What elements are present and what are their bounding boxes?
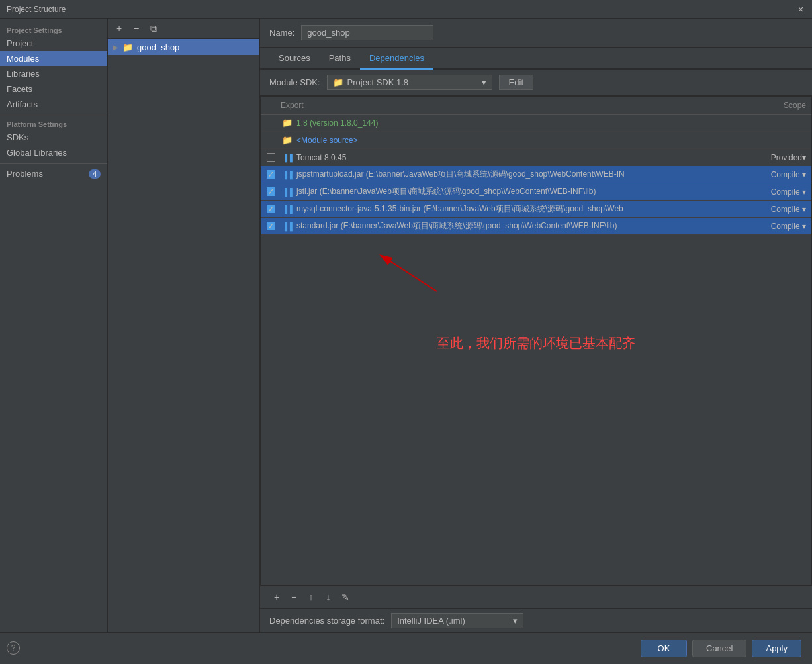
sidebar-item-global-libraries[interactable]: Global Libraries xyxy=(0,145,107,160)
sdk-select[interactable]: 📁 Project SDK 1.8 ▾ xyxy=(327,75,492,90)
sdk-row: Module SDK: 📁 Project SDK 1.8 ▾ Edit xyxy=(260,70,812,96)
dep-checkbox-box-row-jstl[interactable]: ✓ xyxy=(267,187,275,196)
sdk-label: Module SDK: xyxy=(269,77,320,87)
sidebar-divider xyxy=(0,115,107,115)
name-label: Name: xyxy=(269,28,294,38)
dep-checkbox-row-tomcat xyxy=(261,153,281,162)
module-toolbar: + − ⧉ xyxy=(108,19,259,39)
apply-button[interactable]: Apply xyxy=(752,640,801,657)
storage-row: Dependencies storage format: IntelliJ ID… xyxy=(260,608,812,632)
sdk-drop-icon: ▾ xyxy=(482,77,486,87)
tabs-row: Sources Paths Dependencies xyxy=(260,48,812,70)
storage-value: IntelliJ IDEA (.iml) xyxy=(397,616,465,626)
dep-scope-row-jspstmartupload[interactable]: Compile ▾ xyxy=(745,170,811,179)
dep-checkbox-box-row-mysql[interactable]: ✓ xyxy=(267,205,275,213)
folder-icon-row-jdk: 📁 xyxy=(281,118,294,128)
dep-name-row-mysql: mysql-connector-java-5.1.35-bin.jar (E:\… xyxy=(294,203,745,214)
tab-sources[interactable]: Sources xyxy=(269,48,320,70)
dep-table-header: Export Scope xyxy=(261,97,811,115)
dep-name-row-tomcat: Tomcat 8.0.45 xyxy=(294,153,745,162)
storage-label: Dependencies storage format: xyxy=(269,616,384,626)
sidebar-divider2 xyxy=(0,163,107,164)
sidebar-item-project[interactable]: Project xyxy=(0,36,107,51)
add-module-button[interactable]: + xyxy=(112,21,126,36)
dep-name-row-jdk: 1.8 (version 1.8.0_144) xyxy=(294,119,745,128)
dep-checkbox-row-standard: ✓ xyxy=(261,222,281,230)
module-chevron-icon: ▶ xyxy=(113,44,118,51)
sidebar-problems[interactable]: Problems 4 xyxy=(0,166,107,181)
edit-sdk-button[interactable]: Edit xyxy=(499,75,533,90)
dep-checkbox-box-row-jspstmartupload[interactable]: ✓ xyxy=(267,170,275,179)
dep-header-export: Export xyxy=(261,99,745,111)
dep-row-row-jspstmartupload[interactable]: ✓▐▐jspstmartupload.jar (E:\banner\JavaWe… xyxy=(261,166,811,183)
name-row: Name: xyxy=(260,19,812,48)
dep-checkbox-box-row-standard[interactable]: ✓ xyxy=(267,222,275,230)
dep-scope-row-standard[interactable]: Compile ▾ xyxy=(745,222,811,231)
tab-dependencies[interactable]: Dependencies xyxy=(360,48,433,70)
tomcat-icon-row-tomcat: ▐▐ xyxy=(281,154,294,162)
edit-dep-button[interactable]: ✎ xyxy=(338,590,353,604)
module-item-good-shop[interactable]: ▶ 📁 good_shop xyxy=(108,39,259,55)
help-icon[interactable]: ? xyxy=(7,641,20,655)
dep-table-container: Export Scope 📁1.8 (version 1.8.0_144)📁<M… xyxy=(260,96,812,585)
sidebar-item-modules[interactable]: Modules xyxy=(0,51,107,66)
dep-row-row-module-source[interactable]: 📁<Module source> xyxy=(261,132,811,149)
dep-row-row-jstl[interactable]: ✓▐▐jstl.jar (E:\banner\JavaWeb项目\商城系统\源码… xyxy=(261,183,811,201)
dep-toolbar: + − ↑ ↓ ✎ xyxy=(260,585,812,608)
jar-icon-row-mysql: ▐▐ xyxy=(281,205,294,213)
dep-name-row-module-source: <Module source> xyxy=(294,136,745,145)
dep-row-row-standard[interactable]: ✓▐▐standard.jar (E:\banner\JavaWeb项目\商城系… xyxy=(261,218,811,235)
remove-dep-button[interactable]: − xyxy=(287,590,301,604)
detail-panel: Name: Sources Paths Dependencies Module … xyxy=(260,19,812,632)
sdk-folder-icon: 📁 xyxy=(333,77,343,87)
dep-row-row-mysql[interactable]: ✓▐▐mysql-connector-java-5.1.35-bin.jar (… xyxy=(261,201,811,218)
dep-scope-row-tomcat[interactable]: Provided▾ xyxy=(745,153,811,162)
move-down-dep-button[interactable]: ↓ xyxy=(321,590,336,604)
sidebar-item-artifacts[interactable]: Artifacts xyxy=(0,97,107,112)
title-bar: Project Structure × xyxy=(0,0,812,19)
problems-badge: 4 xyxy=(89,169,101,179)
dep-name-row-jstl: jstl.jar (E:\banner\JavaWeb项目\商城系统\源码\go… xyxy=(294,186,745,197)
main-container: Project Settings Project Modules Librari… xyxy=(0,19,812,632)
dep-header-scope: Scope xyxy=(745,99,811,111)
module-panel: + − ⧉ ▶ 📁 good_shop xyxy=(108,19,260,632)
project-settings-label: Project Settings xyxy=(0,24,107,36)
dep-row-row-jdk[interactable]: 📁1.8 (version 1.8.0_144) xyxy=(261,115,811,132)
bottom-bar: OK Cancel Apply xyxy=(0,632,812,664)
module-folder-icon: 📁 xyxy=(122,42,133,52)
sidebar-item-sdks[interactable]: SDKs xyxy=(0,130,107,145)
sidebar-item-facets[interactable]: Facets xyxy=(0,81,107,97)
ok-button[interactable]: OK xyxy=(641,640,687,657)
storage-select[interactable]: IntelliJ IDEA (.iml) ▾ xyxy=(391,613,523,628)
dep-scope-row-mysql[interactable]: Compile ▾ xyxy=(745,205,811,214)
sidebar: Project Settings Project Modules Librari… xyxy=(0,19,108,632)
sdk-value: Project SDK 1.8 xyxy=(347,77,409,87)
module-name: good_shop xyxy=(137,42,179,52)
copy-module-button[interactable]: ⧉ xyxy=(146,21,161,36)
jar-icon-row-jstl: ▐▐ xyxy=(281,188,294,196)
dep-checkbox-row-mysql: ✓ xyxy=(261,205,281,213)
jar-icon-row-jspstmartupload: ▐▐ xyxy=(281,171,294,179)
title-bar-title: Project Structure xyxy=(7,5,66,14)
cancel-button[interactable]: Cancel xyxy=(692,640,746,657)
remove-module-button[interactable]: − xyxy=(129,21,144,36)
dep-row-row-tomcat[interactable]: ▐▐Tomcat 8.0.45Provided▾ xyxy=(261,149,811,166)
dep-checkbox-row-jspstmartupload: ✓ xyxy=(261,170,281,179)
dep-rows-wrapper: 📁1.8 (version 1.8.0_144)📁<Module source>… xyxy=(261,115,811,235)
add-dep-button[interactable]: + xyxy=(269,590,284,604)
dep-checkbox-row-jstl: ✓ xyxy=(261,187,281,196)
move-up-dep-button[interactable]: ↑ xyxy=(304,590,318,604)
dep-scope-row-jstl[interactable]: Compile ▾ xyxy=(745,187,811,197)
close-icon[interactable]: × xyxy=(795,3,807,15)
sidebar-item-libraries[interactable]: Libraries xyxy=(0,66,107,81)
platform-settings-label: Platform Settings xyxy=(0,118,107,130)
dep-name-row-jspstmartupload: jspstmartupload.jar (E:\banner\JavaWeb项目… xyxy=(294,169,745,180)
tab-paths[interactable]: Paths xyxy=(320,48,360,70)
dep-checkbox-box-row-tomcat[interactable] xyxy=(267,153,275,162)
name-input[interactable] xyxy=(301,25,433,40)
jar-icon-row-standard: ▐▐ xyxy=(281,222,294,230)
dep-name-row-standard: standard.jar (E:\banner\JavaWeb项目\商城系统\源… xyxy=(294,220,745,232)
storage-drop-icon: ▾ xyxy=(513,616,518,626)
folder-icon-row-module-source: 📁 xyxy=(281,135,294,145)
